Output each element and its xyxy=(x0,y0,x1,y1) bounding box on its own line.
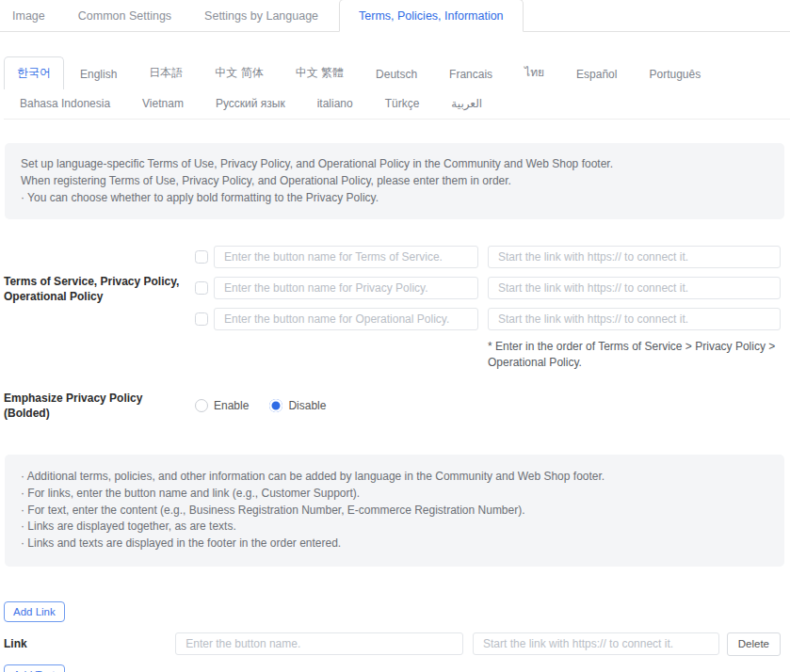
privacy-policy-row xyxy=(195,277,781,299)
notice-line: When registering Terms of Use, Privacy P… xyxy=(21,173,768,190)
lang-tab-thai[interactable]: ไทย xyxy=(508,56,560,89)
enable-radio-icon[interactable] xyxy=(195,399,208,412)
notice-line: Set up language-specific Terms of Use, P… xyxy=(21,156,768,173)
terms-notice-box: Set up language-specific Terms of Use, P… xyxy=(5,143,784,219)
notice-line: · Links are displayed together, as are t… xyxy=(21,519,768,536)
notice-line: · For text, enter the content (e.g., Bus… xyxy=(21,503,768,520)
lang-tab-turkish[interactable]: Türkçe xyxy=(369,89,436,119)
additional-info-notice-box: · Additional terms, policies, and other … xyxy=(5,455,784,567)
top-tab-bar: Image Common Settings Settings by Langua… xyxy=(0,0,790,32)
tab-settings-by-language[interactable]: Settings by Language xyxy=(192,0,331,31)
emphasize-privacy-row: Emphasize Privacy Policy (Bolded) Enable… xyxy=(4,391,781,421)
terms-inputs-column: * Enter in the order of Terms of Service… xyxy=(195,246,781,371)
add-link-button[interactable]: Add Link xyxy=(4,601,65,622)
lang-tab-vietnamese[interactable]: Vietnam xyxy=(126,89,200,119)
disable-radio-label: Disable xyxy=(288,399,326,412)
notice-line: · Links and texts are displayed in the f… xyxy=(21,536,768,552)
terms-policy-section: Terms of Service, Privacy Policy, Operat… xyxy=(4,246,781,371)
privacy-policy-checkbox[interactable] xyxy=(195,281,208,295)
operational-policy-link-input[interactable] xyxy=(488,308,781,330)
link-name-input[interactable] xyxy=(175,632,463,655)
link-row-label: Link xyxy=(4,636,175,651)
privacy-policy-name-input[interactable] xyxy=(214,277,478,299)
operational-policy-name-input[interactable] xyxy=(214,308,478,330)
tab-common-settings[interactable]: Common Settings xyxy=(66,0,184,31)
lang-tab-french[interactable]: Francais xyxy=(433,60,508,89)
terms-section-label: Terms of Service, Privacy Policy, Operat… xyxy=(4,246,195,371)
lang-tab-chinese-traditional[interactable]: 中文 繁體 xyxy=(280,57,360,89)
emphasize-disable-option[interactable]: Disable xyxy=(269,399,326,412)
lang-tab-german[interactable]: Deutsch xyxy=(360,60,433,89)
disable-radio-icon[interactable] xyxy=(269,399,282,412)
operational-policy-checkbox[interactable] xyxy=(195,312,208,326)
terms-policies-page: Image Common Settings Settings by Langua… xyxy=(0,0,790,672)
terms-of-service-link-input[interactable] xyxy=(488,246,781,268)
operational-policy-row xyxy=(195,308,781,330)
lang-tab-chinese-simplified[interactable]: 中文 简体 xyxy=(199,57,279,89)
footer-link-row: Link Delete xyxy=(4,632,781,656)
notice-line: · For links, enter the button name and l… xyxy=(21,486,768,503)
terms-of-service-row xyxy=(195,246,781,268)
privacy-policy-link-input[interactable] xyxy=(488,277,781,299)
emphasize-radio-group: Enable Disable xyxy=(195,399,347,412)
notice-line: · You can choose whether to apply bold f… xyxy=(21,190,768,207)
language-tab-bar: 한국어 English 日本語 中文 简体 中文 繁體 Deutsch Fran… xyxy=(4,56,790,120)
delete-link-button[interactable]: Delete xyxy=(727,632,781,656)
notice-line: · Additional terms, policies, and other … xyxy=(21,469,768,486)
lang-tab-italian[interactable]: italiano xyxy=(301,89,369,119)
terms-of-service-name-input[interactable] xyxy=(214,246,478,268)
lang-tab-portuguese[interactable]: Português xyxy=(633,60,717,89)
link-url-input[interactable] xyxy=(473,632,719,655)
lang-tab-russian[interactable]: Русский язык xyxy=(200,89,301,119)
lang-tab-korean[interactable]: 한국어 xyxy=(4,56,64,89)
tab-terms-policies-information[interactable]: Terms, Policies, Information xyxy=(339,0,524,32)
lang-tab-spanish[interactable]: Español xyxy=(560,60,633,89)
emphasize-enable-option[interactable]: Enable xyxy=(195,399,249,412)
enable-radio-label: Enable xyxy=(214,399,249,412)
lang-tab-english[interactable]: English xyxy=(64,60,133,89)
lang-tab-japanese[interactable]: 日本語 xyxy=(133,57,199,89)
emphasize-privacy-label: Emphasize Privacy Policy (Bolded) xyxy=(4,391,195,421)
tab-image[interactable]: Image xyxy=(0,0,57,31)
order-note: * Enter in the order of Terms of Service… xyxy=(488,339,781,371)
lang-tab-indonesian[interactable]: Bahasa Indonesia xyxy=(4,89,126,119)
terms-of-service-checkbox[interactable] xyxy=(195,250,208,264)
add-text-button[interactable]: Add Text xyxy=(4,664,65,672)
lang-tab-arabic[interactable]: العربية xyxy=(435,89,498,119)
